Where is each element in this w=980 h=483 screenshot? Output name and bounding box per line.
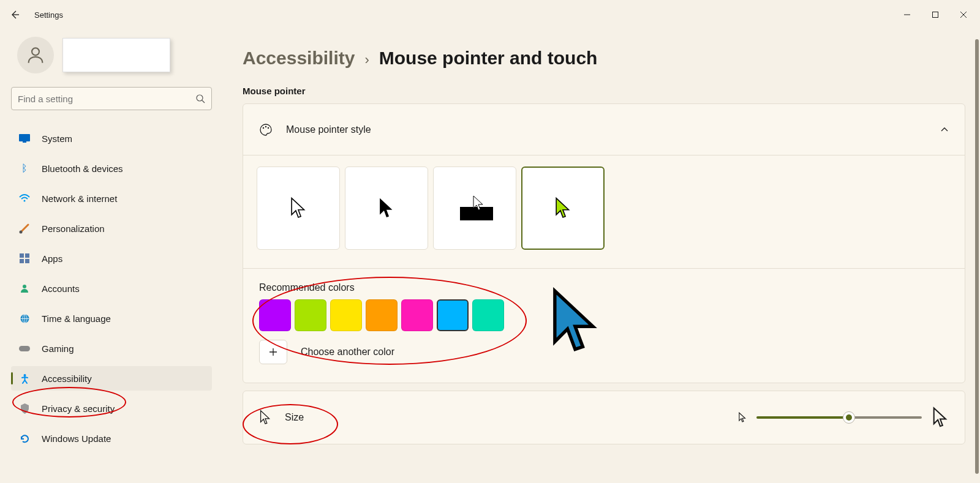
svg-rect-8: [25, 253, 29, 258]
close-button[interactable]: [949, 2, 978, 27]
svg-point-1: [32, 48, 39, 55]
bluetooth-icon: ᛒ: [18, 162, 31, 174]
breadcrumb-parent[interactable]: Accessibility: [243, 48, 355, 69]
svg-point-6: [20, 231, 23, 234]
color-swatch-magenta[interactable]: [401, 299, 433, 331]
pointer-style-inverted[interactable]: [433, 167, 516, 250]
section-label: Mouse pointer: [243, 86, 965, 96]
nav-label: Network & internet: [42, 193, 117, 204]
slider-thumb[interactable]: [843, 411, 855, 424]
sidebar: System ᛒ Bluetooth & devices Network & i…: [0, 29, 221, 483]
sidebar-item-privacy[interactable]: Privacy & security: [11, 396, 212, 421]
cursor-custom-icon: [554, 197, 571, 220]
cursor-black-icon: [378, 197, 395, 220]
color-swatch-lime[interactable]: [295, 299, 326, 331]
minimize-button[interactable]: [893, 2, 921, 27]
plus-button[interactable]: [259, 340, 287, 364]
apps-icon: [18, 252, 31, 264]
scrollbar[interactable]: [975, 39, 979, 474]
nav-list: System ᛒ Bluetooth & devices Network & i…: [11, 126, 212, 456]
svg-point-11: [23, 285, 26, 288]
pointer-preview: [547, 286, 603, 364]
sidebar-item-time[interactable]: Time & language: [11, 306, 212, 331]
sidebar-item-accounts[interactable]: Accounts: [11, 276, 212, 301]
search-input[interactable]: [18, 94, 195, 104]
svg-point-2: [197, 95, 203, 101]
back-button[interactable]: [2, 2, 27, 27]
svg-point-16: [263, 127, 264, 128]
palette-icon: [259, 123, 273, 137]
nav-label: Gaming: [42, 343, 74, 354]
svg-rect-0: [933, 12, 938, 18]
pointer-style-options: [243, 155, 965, 269]
search-icon: [195, 94, 205, 103]
nav-label: Time & language: [42, 313, 111, 324]
sidebar-item-gaming[interactable]: Gaming: [11, 336, 212, 361]
color-swatch-cyan[interactable]: [437, 299, 469, 331]
pointer-style-custom[interactable]: [521, 167, 605, 250]
svg-rect-3: [19, 134, 30, 141]
size-slider-group: [738, 406, 949, 429]
account-icon: [18, 282, 31, 294]
globe-icon: [18, 312, 31, 324]
cursor-outline-icon: [259, 410, 271, 425]
update-icon: [18, 432, 31, 444]
wifi-icon: [18, 192, 31, 204]
color-swatches: [259, 299, 504, 331]
size-slider[interactable]: [756, 416, 922, 419]
svg-rect-4: [23, 141, 26, 143]
pointer-style-white[interactable]: [257, 167, 340, 250]
sidebar-item-system[interactable]: System: [11, 126, 212, 151]
svg-rect-14: [19, 346, 30, 351]
size-card: Size: [243, 391, 965, 444]
nav-label: System: [42, 133, 72, 144]
card-title: Mouse pointer style: [286, 124, 371, 135]
cursor-large-icon: [932, 406, 949, 429]
sidebar-item-update[interactable]: Windows Update: [11, 426, 212, 451]
search-box[interactable]: [11, 87, 212, 110]
nav-label: Bluetooth & devices: [42, 163, 123, 174]
page-title: Mouse pointer and touch: [379, 48, 598, 69]
svg-rect-9: [20, 259, 24, 263]
pointer-style-header[interactable]: Mouse pointer style: [243, 104, 965, 155]
person-icon: [25, 45, 46, 66]
main-content: Accessibility › Mouse pointer and touch …: [221, 29, 980, 483]
gamepad-icon: [18, 342, 31, 354]
nav-label: Accounts: [42, 283, 80, 294]
svg-rect-10: [25, 259, 29, 263]
breadcrumb: Accessibility › Mouse pointer and touch: [243, 48, 965, 69]
nav-label: Windows Update: [42, 433, 111, 444]
sidebar-item-network[interactable]: Network & internet: [11, 186, 212, 211]
chevron-right-icon: ›: [364, 52, 369, 68]
color-swatch-orange[interactable]: [366, 299, 398, 331]
shield-icon: [18, 402, 31, 414]
svg-point-18: [268, 127, 269, 128]
sidebar-item-personalization[interactable]: Personalization: [11, 216, 212, 241]
svg-rect-19: [460, 207, 493, 220]
maximize-button[interactable]: [921, 2, 949, 27]
window-controls: [893, 2, 978, 27]
color-swatch-yellow[interactable]: [330, 299, 362, 331]
cursor-preview-icon: [547, 286, 603, 357]
profile-name-card: [62, 38, 170, 72]
choose-another-color[interactable]: Choose another color: [259, 340, 504, 364]
accessibility-icon: [18, 372, 31, 384]
color-swatch-purple[interactable]: [259, 299, 291, 331]
arrow-left-icon: [10, 10, 20, 20]
pointer-style-card: Mouse pointer style: [243, 103, 965, 383]
svg-point-5: [24, 200, 26, 202]
titlebar: Settings: [0, 0, 980, 29]
chevron-up-icon: [940, 125, 949, 134]
nav-label: Accessibility: [42, 373, 92, 384]
profile-block[interactable]: [11, 37, 212, 73]
sidebar-item-apps[interactable]: Apps: [11, 246, 212, 271]
plus-icon: [268, 347, 278, 357]
recommended-colors-label: Recommended colors: [259, 282, 504, 293]
pointer-style-black[interactable]: [345, 167, 428, 250]
brush-icon: [18, 222, 31, 234]
color-swatch-teal[interactable]: [472, 299, 504, 331]
sidebar-item-bluetooth[interactable]: ᛒ Bluetooth & devices: [11, 156, 212, 181]
cursor-inverted-icon: [455, 193, 494, 223]
nav-label: Personalization: [42, 223, 105, 234]
sidebar-item-accessibility[interactable]: Accessibility: [11, 366, 212, 391]
